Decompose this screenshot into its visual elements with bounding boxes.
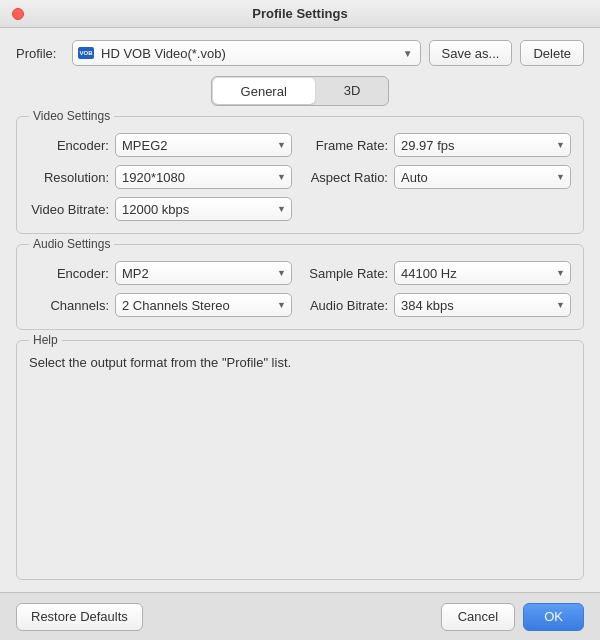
aspectratio-select-wrapper: Auto ▼ [394,165,571,189]
aspectratio-select[interactable]: Auto [394,165,571,189]
audio-fields-grid: Encoder: MP2 ▼ Sample Rate: 44100 Hz ▼ [29,261,571,317]
delete-button[interactable]: Delete [520,40,584,66]
channels-label: Channels: [29,298,109,313]
window-title: Profile Settings [252,6,347,21]
videobitrate-select[interactable]: 12000 kbps [115,197,292,221]
videobitrate-field-row: Video Bitrate: 12000 kbps ▼ [29,197,292,221]
audio-settings-label: Audio Settings [29,237,114,251]
audio-encoder-select[interactable]: MP2 [115,261,292,285]
samplerate-select[interactable]: 44100 Hz [394,261,571,285]
encoder-select[interactable]: MPEG2 [115,133,292,157]
encoder-select-wrapper: MPEG2 ▼ [115,133,292,157]
samplerate-label: Sample Rate: [308,266,388,281]
audio-settings-section: Audio Settings Encoder: MP2 ▼ Sample Rat… [16,244,584,330]
profile-row: Profile: VOB HD VOB Video(*.vob) ▼ Save … [16,40,584,66]
cancel-button[interactable]: Cancel [441,603,515,631]
audiobitrate-label: Audio Bitrate: [308,298,388,313]
audiobitrate-select[interactable]: 384 kbps [394,293,571,317]
audiobitrate-select-wrapper: 384 kbps ▼ [394,293,571,317]
video-settings-section: Video Settings Encoder: MPEG2 ▼ Frame Ra… [16,116,584,234]
audio-encoder-label: Encoder: [29,266,109,281]
encoder-label: Encoder: [29,138,109,153]
samplerate-field-row: Sample Rate: 44100 Hz ▼ [308,261,571,285]
encoder-field-row: Encoder: MPEG2 ▼ [29,133,292,157]
restore-defaults-button[interactable]: Restore Defaults [16,603,143,631]
profile-select-wrapper: VOB HD VOB Video(*.vob) ▼ [72,40,421,66]
profile-label: Profile: [16,46,64,61]
framerate-select[interactable]: 29.97 fps [394,133,571,157]
profile-select[interactable]: HD VOB Video(*.vob) [72,40,421,66]
tab-general[interactable]: General [213,78,315,104]
channels-select-wrapper: 2 Channels Stereo ▼ [115,293,292,317]
audio-encoder-select-wrapper: MP2 ▼ [115,261,292,285]
aspectratio-field-row: Aspect Ratio: Auto ▼ [308,165,571,189]
ok-button[interactable]: OK [523,603,584,631]
resolution-field-row: Resolution: 1920*1080 ▼ [29,165,292,189]
videobitrate-label: Video Bitrate: [29,202,109,217]
audio-encoder-field-row: Encoder: MP2 ▼ [29,261,292,285]
channels-field-row: Channels: 2 Channels Stereo ▼ [29,293,292,317]
samplerate-select-wrapper: 44100 Hz ▼ [394,261,571,285]
bottom-bar: Restore Defaults Cancel OK [0,592,600,640]
tab-3d[interactable]: 3D [316,77,389,103]
framerate-select-wrapper: 29.97 fps ▼ [394,133,571,157]
main-content: Profile: VOB HD VOB Video(*.vob) ▼ Save … [0,28,600,592]
resolution-select[interactable]: 1920*1080 [115,165,292,189]
save-as-button[interactable]: Save as... [429,40,513,66]
tabs-row: General 3D [211,76,390,106]
title-bar: Profile Settings [0,0,600,28]
framerate-label: Frame Rate: [308,138,388,153]
video-settings-label: Video Settings [29,109,114,123]
resolution-label: Resolution: [29,170,109,185]
aspectratio-label: Aspect Ratio: [308,170,388,185]
vob-icon: VOB [78,45,94,61]
audiobitrate-field-row: Audio Bitrate: 384 kbps ▼ [308,293,571,317]
framerate-field-row: Frame Rate: 29.97 fps ▼ [308,133,571,157]
bottom-right-buttons: Cancel OK [441,603,584,631]
help-label: Help [29,333,62,347]
resolution-select-wrapper: 1920*1080 ▼ [115,165,292,189]
help-text: Select the output format from the "Profi… [29,353,571,373]
videobitrate-select-wrapper: 12000 kbps ▼ [115,197,292,221]
video-fields-grid: Encoder: MPEG2 ▼ Frame Rate: 29.97 fps ▼ [29,133,571,221]
help-section: Help Select the output format from the "… [16,340,584,580]
close-button[interactable] [12,8,24,20]
channels-select[interactable]: 2 Channels Stereo [115,293,292,317]
